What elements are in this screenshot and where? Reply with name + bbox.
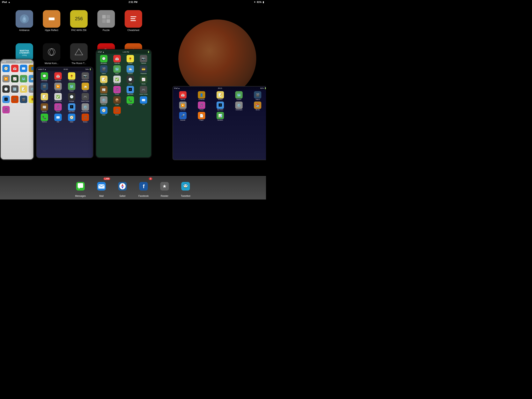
app-icon-cheatsheet[interactable]: Cheatsheet — [121, 10, 146, 41]
mini-app-item[interactable]: 🗺️ Maps — [19, 75, 28, 84]
mini-app-item[interactable]: 📰 Newsstand — [97, 85, 110, 95]
mini-app-item[interactable]: ⛅ Meteo — [79, 82, 92, 92]
mini-label: Settings — [101, 104, 106, 105]
mini-app-item[interactable]: ✉️ Mail — [137, 96, 150, 106]
mini-app-item[interactable]: 📅 Calendario — [51, 72, 64, 82]
mini-icon: ✅ — [54, 93, 62, 100]
mini-app-item[interactable]: 🧭 Safari — [2, 64, 10, 74]
mini-app-item[interactable]: ▶️ YouTube — [2, 75, 10, 84]
mini-app-item[interactable]: 🎵 iTunes — [111, 85, 123, 95]
mini-app-item[interactable]: 📅 Agenda — [174, 91, 192, 101]
status-time: 2:51 PM — [128, 1, 137, 4]
app-icon-ambiance[interactable]: Ambiance — [12, 10, 37, 41]
mini-app-item[interactable]: 📷 Fotocamera — [79, 72, 92, 82]
mini-label: Photos — [128, 63, 133, 64]
mini-app-item[interactable]: ⛅ Weather — [28, 75, 34, 84]
mini-app-item[interactable]: 📅 Calendar — [111, 55, 123, 64]
mini-app-item[interactable]: 📚 iBooks — [249, 101, 266, 111]
mini-app-item[interactable]: ✉️ Mail — [19, 64, 28, 74]
mini-app-item[interactable]: 🕐 Clock — [124, 75, 137, 85]
mini-app-item[interactable]: 🎮 Game Center — [137, 85, 150, 95]
mini-app-item[interactable]: 🌻 Immagini — [65, 72, 78, 82]
dock-icon-messages[interactable]: Messages — [73, 179, 88, 197]
mini-app-item[interactable]: 🌻 Photos — [124, 55, 137, 64]
mini-app-item[interactable]: 📈 Stocks — [11, 75, 19, 84]
mini-app-item[interactable]: 📰 Edicola — [38, 103, 51, 113]
mini-app-item[interactable]: 📷 Camera — [137, 55, 150, 64]
mini-label: Weather — [30, 83, 34, 84]
mini-app-item[interactable]: ⚙️ Settings — [28, 85, 34, 95]
mini-app-item[interactable]: 🗺️ Kaarten — [230, 91, 248, 101]
mini-icon: 🎵 — [11, 96, 19, 103]
mini-app-item[interactable]: ▶️ YouTube — [51, 82, 64, 92]
mini-app-item[interactable]: 💳 Passbook — [137, 65, 150, 75]
mini-app-item[interactable]: ⚙️ Impostazioni — [79, 103, 92, 113]
mini-app-item[interactable]: 🌻 Photos — [28, 95, 34, 105]
dock-icon-tweetbot[interactable]: Tweetbot — [178, 179, 193, 197]
mini-app-item[interactable]: 👤 Contacten — [192, 91, 210, 101]
mini-app-item[interactable]: 💬 Messaggi — [38, 72, 51, 82]
mini-app-item[interactable]: ✅ Promemoria — [51, 93, 64, 102]
mini-app-item[interactable]: 📝 Note — [38, 93, 51, 102]
app-icon-puzzle[interactable]: Puzzle — [94, 10, 119, 41]
mini-app-item[interactable]: 🎬 Video — [38, 82, 51, 92]
mini-app-item[interactable]: 🎤 Keynote — [174, 111, 192, 121]
mini-label: Impostazioni — [81, 111, 89, 112]
dock-icon-reeder[interactable]: ★ Reeder — [157, 179, 172, 197]
mini-app-item[interactable]: 🧭 Safari — [65, 113, 78, 123]
mini-app-item[interactable]: 📞 Phone — [124, 96, 137, 106]
mini-app-item[interactable]: 📊 Numbers — [211, 111, 229, 121]
mini-app-item[interactable]: 🧭 Safari — [97, 106, 110, 116]
mini-app-item[interactable]: 🗺️ Maps — [111, 65, 123, 75]
mini-app-item[interactable]: 🅰 App Store — [2, 95, 10, 105]
mini-app-item[interactable]: 📞 Telefono — [38, 113, 51, 123]
mini-app-item[interactable]: 🕐 Orologio — [65, 93, 78, 102]
svg-text:f: f — [143, 183, 145, 189]
mini-app-item[interactable]: 🎬 Videos — [97, 65, 110, 75]
dock-icon-safari[interactable]: Safari — [115, 179, 130, 197]
mini-app-item[interactable]: 🎵 Musica — [79, 113, 92, 123]
mini-app-item[interactable]: 📈 Stocks — [137, 75, 150, 85]
mini-label: iTunes — [4, 114, 8, 115]
mini-icon: 🎬 — [20, 96, 27, 103]
app-icon-pacman256[interactable]: 256 PAC-MAN 256 — [66, 10, 92, 41]
mini-app-item[interactable]: 📝 Notities — [211, 91, 229, 101]
mini-app-item[interactable]: 📄 Pages — [192, 111, 210, 121]
mini-app-item[interactable]: 🎬 Videos — [19, 95, 28, 105]
mini-app-item[interactable]: ✉️ Mail — [51, 113, 64, 123]
mini-app-item[interactable]: 🅰 App Store — [211, 101, 229, 111]
mini-app-item[interactable]: ⛅ Weather — [124, 65, 137, 75]
mini-app-item[interactable]: 🔢 Calculator — [11, 85, 19, 95]
mini-app-item[interactable]: ⚙️ Settings — [97, 96, 110, 106]
mini-app-item[interactable]: 🎵 Music — [11, 95, 19, 105]
svg-point-44 — [186, 185, 187, 186]
mini-app-item[interactable]: 📝 Notes — [19, 85, 28, 95]
mini-app-item[interactable]: 🎮 Game Center — [79, 93, 92, 102]
mini-icon: 📚 — [254, 102, 261, 109]
mini-app-item[interactable]: 📅 Calendar — [11, 64, 19, 74]
dock-icon-facebook[interactable]: f 3 Facebook — [136, 179, 151, 197]
mini-app-item[interactable]: ⚙️ Instellingen — [230, 101, 248, 111]
mini-app-item[interactable]: 📝 Notes — [97, 75, 110, 85]
mini-app-item[interactable]: 🗺️ Mappe — [65, 82, 78, 92]
app-icon-img-ambiance — [16, 10, 33, 28]
ipad-screenshot-app-grid: 📅 Agenda 👤 Contacten 📝 Notities 🗺️ Kaart… — [173, 90, 266, 122]
mini-app-item[interactable]: 🎵 iTunes — [192, 101, 210, 111]
mini-app-item[interactable]: 🎵 Music — [111, 106, 123, 116]
mini-app-item[interactable]: 🕐 Clock — [2, 85, 10, 95]
mini-app-item[interactable]: 💬 Messages — [97, 55, 110, 64]
mini-app-item[interactable]: 🎵 iTunes — [51, 103, 64, 113]
mini-app-item[interactable]: ✅ Reminders — [111, 75, 123, 85]
dock-icon-mail[interactable]: 1,406 Mail — [94, 179, 109, 197]
mini-icon: ✉️ — [140, 96, 147, 104]
mini-app-item[interactable]: 🅰 App Store — [65, 103, 78, 113]
mini-icon: 🎵 — [198, 102, 205, 109]
app-icon-label-ambiance: Ambiance — [19, 29, 29, 32]
mini-app-item[interactable]: 🎵 iTunes — [2, 106, 10, 115]
mini-app-item[interactable]: 🎬 Video's — [249, 91, 266, 101]
mini-app-item[interactable]: 🅰 App Store — [124, 85, 137, 95]
mini-app-item[interactable]: ▶️ YouTube — [174, 101, 192, 111]
mini-app-item[interactable]: 👤 Contacts — [28, 64, 34, 74]
mini-app-item[interactable]: 📦 Cydia — [111, 96, 123, 106]
app-icon-hype-reflect[interactable]: Hype Reflect — [39, 10, 64, 41]
